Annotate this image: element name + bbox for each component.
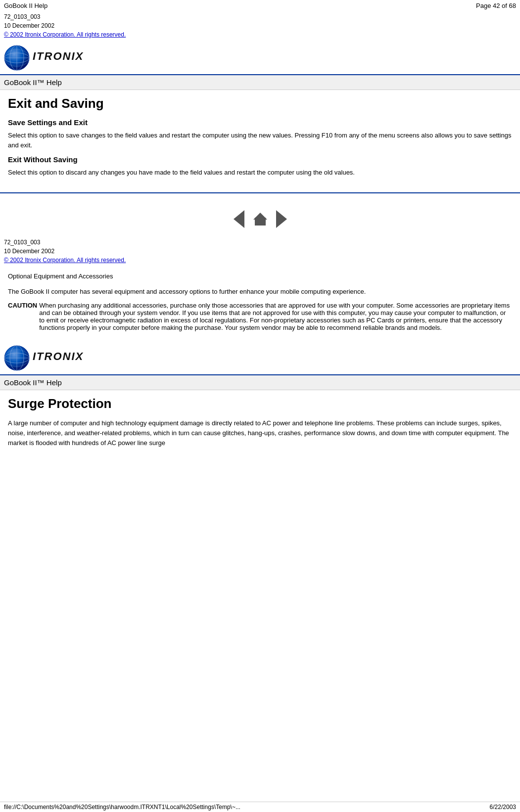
logo-header-1: ITRONIX	[0, 40, 520, 75]
logo-globe-icon-2	[4, 345, 30, 371]
caution-label: CAUTION	[8, 302, 37, 309]
meta-bottom: 72_0103_003 10 December 2002 © 2002 Itro…	[0, 237, 520, 266]
logo-wrapper-2: ITRONIX	[4, 345, 68, 372]
exit-para: Select this option to discard any change…	[8, 168, 512, 178]
caution-block: CAUTION When purchasing any additional a…	[8, 302, 512, 331]
footer-date: 6/22/2003	[490, 804, 516, 811]
brand-name-1: ITRONIX	[33, 50, 84, 63]
footer-bar: file://C:\Documents%20and%20Settings\har…	[0, 802, 520, 812]
meta-top: 72_0103_003 10 December 2002 © 2002 Itro…	[0, 11, 520, 40]
nav-icons	[0, 199, 520, 237]
nav-forward-arrow[interactable]	[276, 210, 287, 228]
surge-para: A large number of computer and high tech…	[8, 418, 512, 448]
date-top: 10 December 2002	[4, 21, 516, 30]
nav-home-icon[interactable]	[253, 213, 267, 226]
main-heading-2: Surge Protection	[8, 396, 512, 411]
date-bottom: 10 December 2002	[4, 247, 516, 256]
copyright-top[interactable]: © 2002 Itronix Corporation. All rights r…	[4, 31, 126, 38]
save-para: Select this option to save changes to th…	[8, 131, 512, 150]
sub-heading-save: Save Settings and Exit	[8, 118, 512, 127]
main-heading-1: Exit and Saving	[8, 96, 512, 111]
logo-header-2: ITRONIX	[0, 340, 520, 375]
app-title: GoBook II Help	[4, 2, 47, 9]
section-title-bar-2: GoBook II™ Help	[0, 375, 520, 390]
caution-text: When purchasing any additional accessori…	[39, 302, 512, 331]
sub-heading-exit: Exit Without Saving	[8, 155, 512, 164]
doc-id-bottom: 72_0103_003	[4, 238, 516, 247]
brand-name-2: ITRONIX	[33, 350, 84, 363]
footer-path: file://C:\Documents%20and%20Settings\har…	[4, 804, 240, 811]
page-indicator: Page 42 of 68	[476, 2, 516, 9]
surge-protection-section: Surge Protection A large number of compu…	[0, 390, 520, 457]
nav-back-arrow[interactable]	[234, 210, 244, 228]
optional-equipment-section: Optional Equipment and Accessories The G…	[0, 266, 520, 340]
logo-globe-icon	[4, 45, 30, 71]
logo-wrapper-1: ITRONIX	[4, 45, 68, 72]
section-title-bar-1: GoBook II™ Help	[0, 75, 520, 90]
copyright-bottom[interactable]: © 2002 Itronix Corporation. All rights r…	[4, 257, 126, 264]
top-bar: GoBook II Help Page 42 of 68	[0, 0, 520, 11]
section2-intro-para: The GoBook II computer has several equip…	[8, 287, 512, 297]
doc-id-top: 72_0103_003	[4, 12, 516, 21]
exit-saving-section: Exit and Saving Save Settings and Exit S…	[0, 90, 520, 186]
divider-1	[0, 192, 520, 193]
section2-intro: Optional Equipment and Accessories	[8, 271, 512, 281]
